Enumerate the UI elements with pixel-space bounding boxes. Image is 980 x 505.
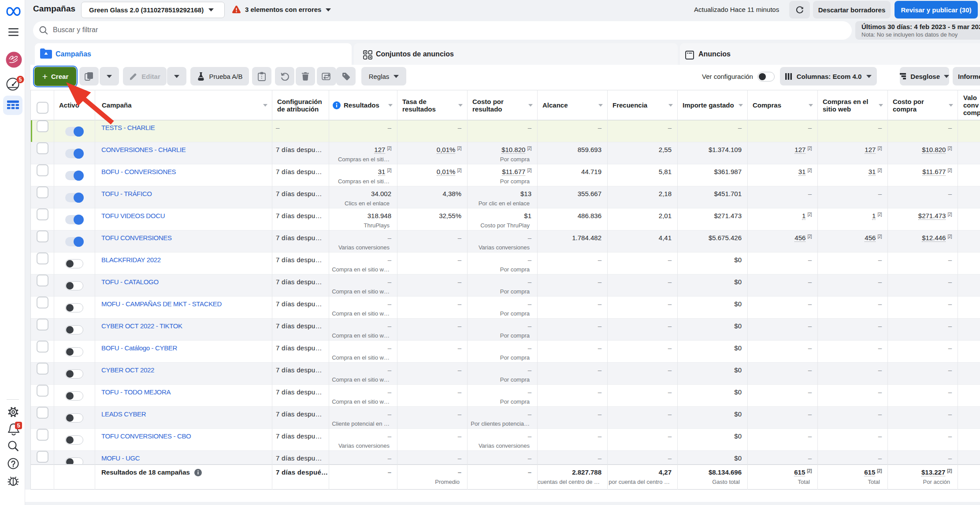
svg-text:5: 5 xyxy=(19,77,22,83)
svg-text:5: 5 xyxy=(17,422,20,429)
